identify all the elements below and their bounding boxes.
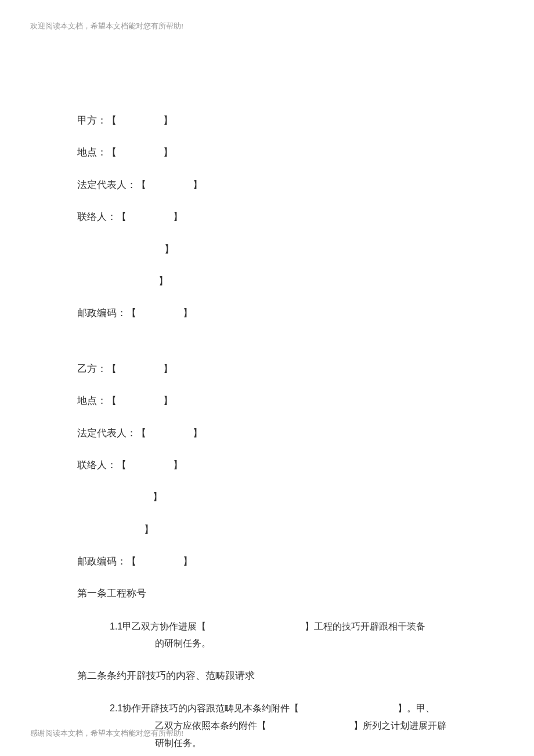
bracket-open-icon: 【 — [136, 178, 146, 193]
bracket-close-icon: 】 — [164, 242, 174, 257]
label-legal-b: 法定代表人： — [77, 428, 136, 439]
bracket-close-icon: 】 — [193, 178, 203, 193]
bracket-close-icon: 】 — [398, 700, 407, 717]
clause-1-1: 1.1甲乙双方协作进展【】工程的技巧开辟跟相干装备 的研制任务。 — [110, 618, 472, 652]
bracket-close-icon: 】 — [305, 618, 314, 635]
bracket-close-icon: 】 — [158, 274, 168, 289]
bracket-close-icon: 】 — [163, 393, 173, 408]
article-1-title: 第一条工程称号 — [77, 586, 472, 601]
party-b-name: 乙方：【】 — [77, 361, 472, 377]
label-address-b: 地点： — [77, 395, 107, 406]
party-a-contact: 联络人：【】 — [77, 209, 472, 225]
bracket-close-icon: 】 — [173, 458, 183, 473]
bracket-close-icon: 】 — [173, 209, 183, 225]
party-b-postal: 邮政编码：【】 — [77, 554, 472, 569]
bracket-open-icon: 【 — [107, 145, 117, 160]
bracket-close-icon: 】 — [163, 145, 173, 160]
label-party-b: 乙方： — [77, 363, 107, 374]
bracket-open-icon: 【 — [127, 306, 136, 321]
bracket-close-icon: 】 — [183, 306, 193, 321]
bracket-open-icon: 【 — [257, 717, 266, 735]
clause-text-3: 的研制任务。 — [110, 635, 472, 652]
header-note: 欢迎阅读本文档，希望本文档能对您有所帮助! — [30, 21, 183, 31]
label-postal-b: 邮政编码： — [77, 556, 127, 567]
label-party-a: 甲方： — [77, 115, 107, 126]
document-body: 甲方：【】 地点：【】 法定代表人：【】 联络人：【】 】 】 邮政编码：【】 … — [77, 113, 472, 756]
clause-number: 2.1 — [110, 703, 122, 713]
clause-2-1: 2.1协作开辟技巧的内容跟范畴见本条约附件【】。甲、 乙双方应依照本条约附件【】… — [110, 700, 472, 751]
bracket-close-icon: 】 — [183, 554, 193, 569]
party-b-extra-1: 】 — [77, 490, 472, 505]
clause-text-2: 工程的技巧开辟跟相干装备 — [314, 621, 425, 631]
footer-note: 感谢阅读本文档，希望本文档能对您有所帮助! — [30, 728, 183, 739]
party-a-postal: 邮政编码：【】 — [77, 306, 472, 321]
bracket-open-icon: 【 — [117, 458, 127, 473]
bracket-close-icon: 】 — [153, 490, 163, 505]
party-b-contact: 联络人：【】 — [77, 458, 472, 473]
clause-text-1: 协作开辟技巧的内容跟范畴见本条约附件 — [122, 703, 290, 713]
party-a-extra-2: 】 — [77, 274, 472, 289]
bracket-open-icon: 【 — [117, 209, 127, 225]
party-a-extra-1: 】 — [77, 242, 472, 257]
party-b-address: 地点：【】 — [77, 393, 472, 408]
bracket-open-icon: 【 — [107, 361, 117, 377]
label-postal-a: 邮政编码： — [77, 308, 127, 319]
label-address-a: 地点： — [77, 147, 107, 158]
label-contact-b: 联络人： — [77, 460, 117, 471]
label-contact-a: 联络人： — [77, 211, 117, 222]
bracket-close-icon: 】 — [144, 522, 154, 537]
article-2-title: 第二条条约开辟技巧的内容、范畴跟请求 — [77, 668, 472, 683]
party-b-legal: 法定代表人：【】 — [77, 426, 472, 441]
clause-text-1: 甲乙双方协作进展 — [122, 621, 197, 631]
party-a-legal: 法定代表人：【】 — [77, 178, 472, 193]
bracket-open-icon: 【 — [290, 700, 299, 717]
bracket-open-icon: 【 — [107, 113, 117, 128]
bracket-open-icon: 【 — [197, 618, 206, 635]
bracket-close-icon: 】 — [163, 113, 173, 128]
label-legal-a: 法定代表人： — [77, 179, 136, 190]
bracket-close-icon: 】 — [353, 717, 363, 735]
bracket-close-icon: 】 — [193, 426, 203, 441]
party-a-name: 甲方：【】 — [77, 113, 472, 128]
clause-text-2: 。甲、 — [407, 703, 435, 713]
bracket-open-icon: 【 — [127, 554, 136, 569]
clause-text-4: 所列之计划进展开辟 — [363, 721, 446, 730]
party-b-extra-2: 】 — [77, 522, 472, 537]
bracket-open-icon: 【 — [107, 393, 117, 408]
clause-number: 1.1 — [110, 621, 122, 631]
party-a-address: 地点：【】 — [77, 145, 472, 160]
bracket-close-icon: 】 — [163, 361, 173, 377]
bracket-open-icon: 【 — [136, 426, 146, 441]
